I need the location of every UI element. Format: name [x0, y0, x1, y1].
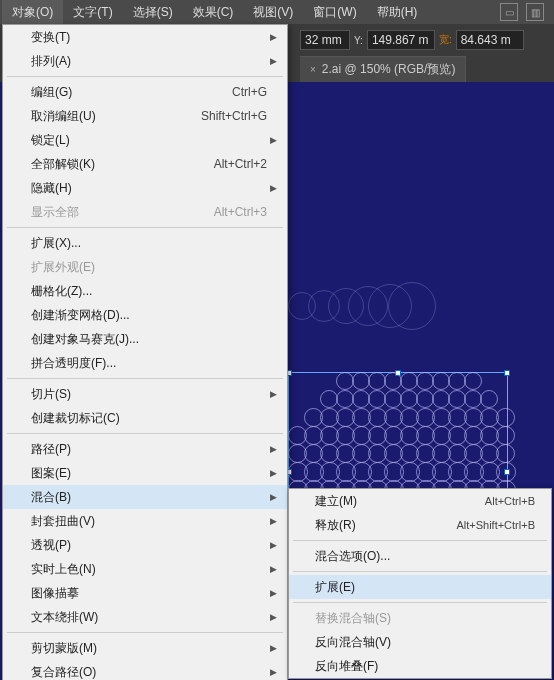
blend-options[interactable]: 混合选项(O)...: [289, 544, 551, 568]
menu-image-trace[interactable]: 图像描摹▶: [3, 581, 287, 605]
chevron-right-icon: ▶: [270, 564, 277, 574]
blend-reverse-front[interactable]: 反向堆叠(F): [289, 654, 551, 678]
menu-type[interactable]: 文字(T): [63, 0, 122, 25]
close-icon[interactable]: ×: [310, 64, 316, 75]
menu-transform[interactable]: 变换(T)▶: [3, 25, 287, 49]
chevron-right-icon: ▶: [270, 643, 277, 653]
menu-show-all: 显示全部Alt+Ctrl+3: [3, 200, 287, 224]
menu-text-wrap[interactable]: 文本绕排(W)▶: [3, 605, 287, 629]
menu-object[interactable]: 对象(O): [2, 0, 63, 25]
menu-group[interactable]: 编组(G)Ctrl+G: [3, 80, 287, 104]
chevron-right-icon: ▶: [270, 492, 277, 502]
chevron-right-icon: ▶: [270, 468, 277, 478]
menu-arrange[interactable]: 排列(A)▶: [3, 49, 287, 73]
menu-mosaic[interactable]: 创建对象马赛克(J)...: [3, 327, 287, 351]
menu-gradient-mesh[interactable]: 创建渐变网格(D)...: [3, 303, 287, 327]
w-field[interactable]: [456, 30, 524, 50]
menu-lock[interactable]: 锁定(L)▶: [3, 128, 287, 152]
menu-window[interactable]: 窗口(W): [303, 0, 366, 25]
blend-replace-spine: 替换混合轴(S): [289, 606, 551, 630]
arrange-icon[interactable]: ▥: [526, 3, 544, 21]
blend-reverse-spine[interactable]: 反向混合轴(V): [289, 630, 551, 654]
chevron-right-icon: ▶: [270, 389, 277, 399]
blend-submenu: 建立(M)Alt+Ctrl+B 释放(R)Alt+Shift+Ctrl+B 混合…: [288, 488, 552, 679]
menu-crop-marks[interactable]: 创建裁切标记(C): [3, 406, 287, 430]
menu-pattern[interactable]: 图案(E)▶: [3, 461, 287, 485]
chevron-right-icon: ▶: [270, 516, 277, 526]
menu-slice[interactable]: 切片(S)▶: [3, 382, 287, 406]
menu-expand[interactable]: 扩展(X)...: [3, 231, 287, 255]
chevron-right-icon: ▶: [270, 540, 277, 550]
w-label: 宽:: [439, 33, 452, 47]
menu-select[interactable]: 选择(S): [123, 0, 183, 25]
menu-envelope[interactable]: 封套扭曲(V)▶: [3, 509, 287, 533]
menubar: 对象(O) 文字(T) 选择(S) 效果(C) 视图(V) 窗口(W) 帮助(H…: [0, 0, 554, 24]
chevron-right-icon: ▶: [270, 444, 277, 454]
document-tab[interactable]: × 2.ai @ 150% (RGB/预览): [300, 56, 466, 82]
chevron-right-icon: ▶: [270, 612, 277, 622]
chevron-right-icon: ▶: [270, 588, 277, 598]
menu-blend[interactable]: 混合(B)▶: [3, 485, 287, 509]
menu-perspective[interactable]: 透视(P)▶: [3, 533, 287, 557]
chevron-right-icon: ▶: [270, 56, 277, 66]
menu-live-paint[interactable]: 实时上色(N)▶: [3, 557, 287, 581]
y-field[interactable]: [367, 30, 435, 50]
menu-unlock-all[interactable]: 全部解锁(K)Alt+Ctrl+2: [3, 152, 287, 176]
menu-hide[interactable]: 隐藏(H)▶: [3, 176, 287, 200]
blend-make[interactable]: 建立(M)Alt+Ctrl+B: [289, 489, 551, 513]
menu-view[interactable]: 视图(V): [243, 0, 303, 25]
menu-compound[interactable]: 复合路径(O)▶: [3, 660, 287, 680]
tab-title: 2.ai @ 150% (RGB/预览): [322, 61, 456, 78]
menu-flatten[interactable]: 拼合透明度(F)...: [3, 351, 287, 375]
menu-effect[interactable]: 效果(C): [183, 0, 244, 25]
chevron-right-icon: ▶: [270, 32, 277, 42]
x-field[interactable]: [300, 30, 350, 50]
blend-release[interactable]: 释放(R)Alt+Shift+Ctrl+B: [289, 513, 551, 537]
blend-expand[interactable]: 扩展(E): [289, 575, 551, 599]
chevron-right-icon: ▶: [270, 135, 277, 145]
y-label: Y:: [354, 33, 363, 47]
chevron-right-icon: ▶: [270, 667, 277, 677]
menu-rasterize[interactable]: 栅格化(Z)...: [3, 279, 287, 303]
menu-expand-appearance: 扩展外观(E): [3, 255, 287, 279]
menu-help[interactable]: 帮助(H): [367, 0, 428, 25]
workspace-icon[interactable]: ▭: [500, 3, 518, 21]
menu-clip-mask[interactable]: 剪切蒙版(M)▶: [3, 636, 287, 660]
menu-ungroup[interactable]: 取消编组(U)Shift+Ctrl+G: [3, 104, 287, 128]
menu-path[interactable]: 路径(P)▶: [3, 437, 287, 461]
object-menu: 变换(T)▶ 排列(A)▶ 编组(G)Ctrl+G 取消编组(U)Shift+C…: [2, 24, 288, 680]
chevron-right-icon: ▶: [270, 183, 277, 193]
